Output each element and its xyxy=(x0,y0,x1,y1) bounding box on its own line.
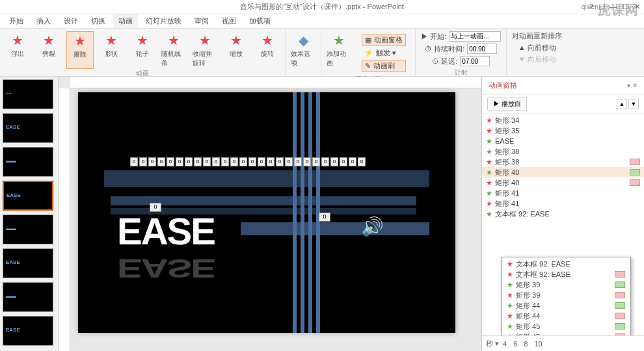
animation-painter-button[interactable]: ✎动画刷 xyxy=(362,60,406,72)
start-dropdown[interactable] xyxy=(449,31,501,42)
animation-pane-button[interactable]: ▦动画窗格 xyxy=(362,34,406,46)
anim-effect-随机线条[interactable]: ★随机线条 xyxy=(160,31,187,69)
move-later-button[interactable]: ▼ 向后移动 xyxy=(518,55,556,64)
anim-row[interactable]: ★矩形 38 xyxy=(482,157,644,167)
anim-row[interactable]: ★矩形 44 xyxy=(503,311,629,321)
pane-close-button[interactable]: ▾ ✕ xyxy=(627,82,637,89)
anim-tag[interactable]: 0 xyxy=(349,157,356,166)
thumb-6[interactable]: EASE xyxy=(3,248,53,278)
anim-effect-收缩并旋转[interactable]: ★收缩并旋转 xyxy=(191,31,219,69)
thumb-4[interactable]: EASE xyxy=(3,181,53,211)
anim-tag[interactable]: 0 xyxy=(148,157,156,166)
anim-tag[interactable]: 0 xyxy=(167,157,174,166)
anim-row[interactable]: ★矩形 34 xyxy=(482,115,644,125)
ease-text[interactable]: EASE xyxy=(117,209,215,253)
start-label: ▶ 开始: xyxy=(421,32,446,42)
anim-tag[interactable]: 0 xyxy=(239,157,247,166)
animation-list[interactable]: ★矩形 34★矩形 35★EASE★矩形 38★矩形 38★矩形 40★矩形 4… xyxy=(482,114,644,335)
thumb-8[interactable]: EASE xyxy=(3,316,53,346)
tick: 8 xyxy=(524,340,528,348)
anim-tag[interactable]: 0 xyxy=(285,157,293,166)
anim-tag[interactable]: 0 xyxy=(321,157,329,166)
anim-tag[interactable]: 0 xyxy=(358,157,366,166)
anim-tag[interactable]: 0 xyxy=(303,157,311,166)
anim-effect-形状[interactable]: ★形状 xyxy=(98,31,125,69)
move-earlier-button[interactable]: ▲ 向前移动 xyxy=(518,43,556,53)
trigger-button[interactable]: ⚡触发 ▾ xyxy=(362,47,406,58)
anim-effect-劈裂[interactable]: ★劈裂 xyxy=(35,31,62,69)
anim-row[interactable]: ★文本框 92: EASE xyxy=(503,259,629,269)
anim-tag[interactable]: 0 xyxy=(185,157,193,166)
add-animation-button[interactable]: ★ 添加动画 xyxy=(325,31,353,75)
anim-row[interactable]: ★矩形 40 xyxy=(482,177,644,188)
anim-effect-浮出[interactable]: ★浮出 xyxy=(4,31,31,69)
anim-effect-缩放[interactable]: ★缩放 xyxy=(222,31,250,69)
anim-tag[interactable]: 0 xyxy=(194,157,202,166)
anim-effect-旋转[interactable]: ★旋转 xyxy=(254,31,281,69)
anim-tag-single2[interactable]: 0 xyxy=(319,213,330,222)
anim-row[interactable]: ★矩形 38 xyxy=(482,146,644,157)
tab-transitions[interactable]: 切换 xyxy=(86,14,111,28)
pane-icon: ▦ xyxy=(365,36,371,44)
thumb-1[interactable]: ≡≡ xyxy=(3,79,53,109)
anim-effect-轮子[interactable]: ★轮子 xyxy=(129,31,156,69)
duration-input[interactable] xyxy=(467,44,497,54)
anim-row[interactable]: ★矩形 39 xyxy=(503,290,629,300)
anim-row[interactable]: ★矩形 35 xyxy=(482,125,644,136)
anim-tag[interactable]: 0 xyxy=(294,157,302,166)
tab-slideshow[interactable]: 幻灯片放映 xyxy=(141,14,187,28)
play-from-button[interactable]: ▶ 播放自 xyxy=(487,98,527,110)
anim-tag[interactable]: 0 xyxy=(312,157,320,166)
anim-tag[interactable]: 0 xyxy=(267,157,275,166)
tab-view[interactable]: 视图 xyxy=(217,14,241,28)
slide-thumbnails[interactable]: ≡≡ EASE ▬▬ EASE ▬▬ EASE ▬▬ EASE xyxy=(0,77,59,351)
anim-tag[interactable]: 0 xyxy=(248,157,256,166)
animation-tags[interactable]: 00000000000000000000000000 xyxy=(130,157,366,166)
anim-tag[interactable]: 0 xyxy=(130,157,138,166)
anim-tag[interactable]: 0 xyxy=(340,157,347,166)
tab-review[interactable]: 审阅 xyxy=(189,14,214,28)
anim-tag[interactable]: 0 xyxy=(212,157,220,166)
anim-row[interactable]: ★EASE xyxy=(482,136,644,146)
anim-row[interactable]: ★矩形 41 xyxy=(482,198,644,209)
anim-tag[interactable]: 0 xyxy=(203,157,211,166)
tab-insert[interactable]: 插入 xyxy=(31,14,56,28)
anim-tag[interactable]: 0 xyxy=(221,157,229,166)
effect-options-button[interactable]: ◆ 效果选项 xyxy=(289,31,317,69)
anim-row[interactable]: ★文本框 92: EASE xyxy=(482,209,644,219)
anim-row[interactable]: ★矩形 45 xyxy=(503,321,629,332)
tab-addins[interactable]: 加载项 xyxy=(244,14,276,28)
animation-popup[interactable]: ★文本框 92: EASE★文本框 92: EASE★矩形 39★矩形 39★矩… xyxy=(501,257,631,335)
anim-tag[interactable]: 0 xyxy=(258,157,265,166)
anim-tag[interactable]: 0 xyxy=(230,157,238,166)
help-icon[interactable]: ? xyxy=(589,3,593,11)
anim-row[interactable]: ★矩形 41 xyxy=(482,188,644,198)
slide-canvas[interactable]: 00000000000000000000000000 0 0 EASE EASE… xyxy=(78,92,455,333)
thumb-2[interactable]: EASE xyxy=(3,113,53,143)
anim-row[interactable]: ★矩形 40 xyxy=(482,167,644,177)
anim-row[interactable]: ★文本框 92: EASE xyxy=(503,269,629,280)
anim-row[interactable]: ★矩形 44 xyxy=(503,300,629,311)
anim-tag[interactable]: 0 xyxy=(157,157,165,166)
move-down-button[interactable]: ▼ xyxy=(628,99,639,109)
thumb-5[interactable]: ▬▬ xyxy=(3,214,53,244)
anim-tag[interactable]: 0 xyxy=(330,157,338,166)
tab-design[interactable]: 设计 xyxy=(59,14,83,28)
anim-row[interactable]: ★矩形 39 xyxy=(503,280,629,290)
animation-gallery[interactable]: ★浮出★劈裂★擦除★形状★轮子★随机线条★收缩并旋转★缩放★旋转 xyxy=(4,31,281,69)
editor-area: 00000000000000000000000000 0 0 EASE EASE… xyxy=(59,77,481,351)
thumb-7[interactable]: ▬▬ xyxy=(3,282,53,312)
anim-tag[interactable]: 0 xyxy=(276,157,284,166)
seconds-dropdown[interactable]: 秒 ▾ xyxy=(486,339,499,348)
speaker-icon[interactable]: 🔊 xyxy=(361,216,384,237)
thumb-3[interactable]: ▬▬ xyxy=(3,147,53,177)
anim-effect-擦除[interactable]: ★擦除 xyxy=(66,31,94,69)
anim-tag[interactable]: 0 xyxy=(139,157,147,166)
tab-animations[interactable]: 动画 xyxy=(113,14,138,28)
move-up-button[interactable]: ▲ xyxy=(617,99,627,109)
delay-input[interactable] xyxy=(460,56,490,66)
anim-tag[interactable]: 0 xyxy=(176,157,183,166)
anim-row[interactable]: ★矩形 45 xyxy=(503,332,629,335)
tab-home[interactable]: 开始 xyxy=(4,14,29,28)
titlebar: 音乐与图形的"互动"设计（课件）.pptx - PowerPoint qiwen… xyxy=(0,0,644,14)
